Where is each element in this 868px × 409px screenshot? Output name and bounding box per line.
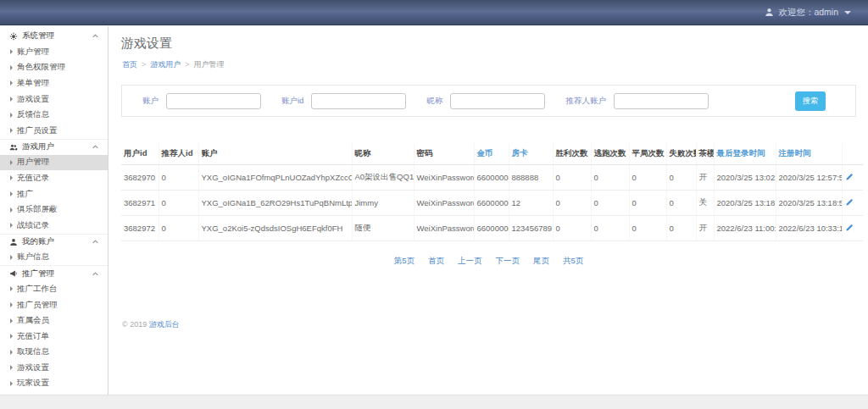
chevron-up-icon — [92, 238, 99, 246]
users-icon — [9, 143, 18, 152]
table-cell: 2022/6/23 11:00:35 — [714, 216, 776, 241]
table-cell: 0 — [553, 191, 591, 216]
table-cell: Jimmy — [352, 191, 414, 216]
sidebar-item[interactable]: 推广员设置 — [0, 123, 108, 139]
topbar: 欢迎您：admin — [0, 0, 868, 25]
sidebar-item[interactable]: 推广工作台 — [0, 281, 108, 297]
column-header: 失败次数 — [666, 143, 696, 165]
column-header[interactable]: 最后登录时间 — [714, 143, 776, 165]
table-cell: WeiXinPassword — [414, 216, 474, 241]
sidebar-item-label: 账户管理 — [17, 47, 49, 58]
welcome-text: 欢迎您：admin — [778, 7, 838, 19]
column-header: 昵称 — [352, 143, 414, 165]
user-menu[interactable]: 欢迎您：admin — [765, 7, 851, 19]
table-cell: 2020/3/25 13:18:51 — [714, 191, 776, 216]
pagination-link[interactable]: 上一页 — [458, 256, 482, 265]
column-header: 胜利次数 — [553, 143, 591, 165]
user-icon — [9, 238, 18, 246]
sidebar-item[interactable]: 玩家设置 — [0, 376, 108, 392]
table-cell: YXG_oIGNa1B_62RO29Hs1TuPqBNmLtp — [198, 191, 352, 216]
pagination-link[interactable]: 尾页 — [533, 256, 549, 265]
sidebar-section-3[interactable]: 推广管理 — [0, 265, 108, 281]
sidebar-item[interactable]: 充值记录 — [0, 170, 108, 186]
table-cell: 关 — [696, 191, 714, 216]
sidebar-section-label: 推广管理 — [22, 268, 54, 279]
sidebar-item[interactable]: 游戏设置 — [0, 360, 108, 376]
search-input-3[interactable] — [614, 93, 709, 109]
sidebar-item-label: 战绩记录 — [17, 220, 49, 231]
sidebar-item[interactable]: 战绩记录 — [0, 218, 108, 234]
sidebar-item-label: 充值订单 — [17, 331, 49, 342]
table-cell: 0 — [666, 191, 696, 216]
chevron-down-icon — [844, 11, 851, 14]
sidebar-item[interactable]: 反馈信息 — [0, 107, 108, 123]
column-header[interactable]: 金币 — [474, 143, 509, 165]
sidebar-item-label: 角色权限管理 — [17, 62, 65, 73]
search-input-1[interactable] — [311, 93, 406, 109]
sidebar-item-label: 推广 — [17, 189, 33, 200]
column-header[interactable]: 房卡 — [509, 143, 553, 165]
sidebar-item[interactable]: 推广 — [0, 186, 108, 202]
table-cell: 2020/3/25 13:18:51 — [776, 191, 842, 216]
sidebar-item-label: 取现信息 — [17, 346, 49, 357]
pencil-icon — [845, 224, 854, 234]
pagination: 第5页首页上一页下一页尾页共5页 — [109, 256, 868, 267]
search-panel: 账户账户id昵称推荐人账户搜索 — [121, 85, 856, 117]
column-header: 用户id — [121, 143, 159, 165]
main-content: 游戏设置 首页>游戏用户>用户管理 账户账户id昵称推荐人账户搜索 用户id推荐… — [109, 26, 868, 395]
caret-right-icon — [10, 49, 13, 54]
pagination-link[interactable]: 共5页 — [563, 256, 583, 265]
sidebar-item[interactable]: 取现信息 — [0, 345, 108, 361]
sidebar-item[interactable]: 角色权限管理 — [0, 60, 108, 76]
sidebar-item[interactable]: 推广员管理 — [0, 297, 108, 313]
breadcrumb-item[interactable]: 首页 — [122, 60, 137, 69]
sidebar-item-label: 推广员管理 — [17, 300, 58, 311]
sidebar-item[interactable]: 俱乐部屏蔽 — [0, 202, 108, 218]
sidebar-item[interactable]: 游戏设置 — [0, 91, 108, 108]
sidebar-item[interactable]: 直属会员 — [0, 312, 108, 329]
search-button[interactable]: 搜索 — [795, 91, 826, 111]
sidebar-item[interactable]: 菜单管理 — [0, 75, 108, 91]
megaphone-icon — [9, 269, 18, 278]
table-cell: 0 — [159, 216, 198, 241]
table-cell: 0 — [159, 191, 198, 216]
column-header — [842, 143, 863, 165]
sidebar-item-label: 用户管理 — [17, 157, 49, 168]
column-header[interactable]: 注册时间 — [776, 143, 842, 165]
caret-right-icon — [10, 302, 13, 307]
table-cell: 2020/3/25 13:02:05 — [714, 165, 776, 191]
pagination-link[interactable]: 首页 — [428, 256, 444, 265]
caret-right-icon — [10, 286, 13, 291]
table-cell: 0 — [591, 165, 629, 191]
table-cell: 888888 — [509, 165, 553, 191]
table-row: 36829720YXG_o2Koi5-zQdsdsIOSgH6EFqkf0FH随… — [121, 216, 863, 241]
caret-right-icon — [10, 65, 13, 70]
table-cell: 66000000 — [474, 191, 509, 216]
sidebar-section-0[interactable]: 系统管理 — [0, 28, 108, 44]
search-field-label: 推荐人账户 — [565, 96, 606, 107]
sidebar-section-1[interactable]: 游戏用户 — [0, 139, 108, 155]
sidebar-section-2[interactable]: 我的账户 — [0, 234, 108, 250]
table-cell: A0架设出售QQ1496754337 — [352, 165, 414, 191]
caret-right-icon — [10, 255, 13, 260]
edit-row-button[interactable] — [845, 198, 854, 208]
breadcrumb-item[interactable]: 游戏用户 — [150, 60, 181, 69]
search-input-0[interactable] — [166, 93, 261, 109]
sidebar-item[interactable]: 用户管理 — [0, 155, 108, 171]
gear-icon — [9, 32, 18, 41]
table-cell: WeiXinPassword — [414, 191, 474, 216]
sidebar-item[interactable]: 账户信息 — [0, 250, 108, 266]
pagination-link[interactable]: 第5页 — [394, 256, 415, 265]
edit-row-button[interactable] — [845, 224, 854, 234]
pagination-link[interactable]: 下一页 — [496, 256, 520, 265]
footer-brand-link[interactable]: 游戏后台 — [149, 320, 180, 329]
sidebar-item[interactable]: 账户管理 — [0, 44, 108, 60]
pencil-icon — [845, 173, 854, 183]
sidebar-item-label: 推广员设置 — [17, 125, 58, 136]
table-cell: YXG_oIGNa1FOfmqPLnUOZadYhpXZccC — [198, 165, 352, 191]
sidebar-item[interactable]: 充值订单 — [0, 329, 108, 345]
edit-row-button[interactable] — [845, 173, 854, 183]
copyright-text: © 2019 — [122, 320, 149, 329]
search-input-2[interactable] — [450, 93, 545, 109]
table-cell: YXG_o2Koi5-zQdsdsIOSgH6EFqkf0FH — [198, 216, 352, 241]
